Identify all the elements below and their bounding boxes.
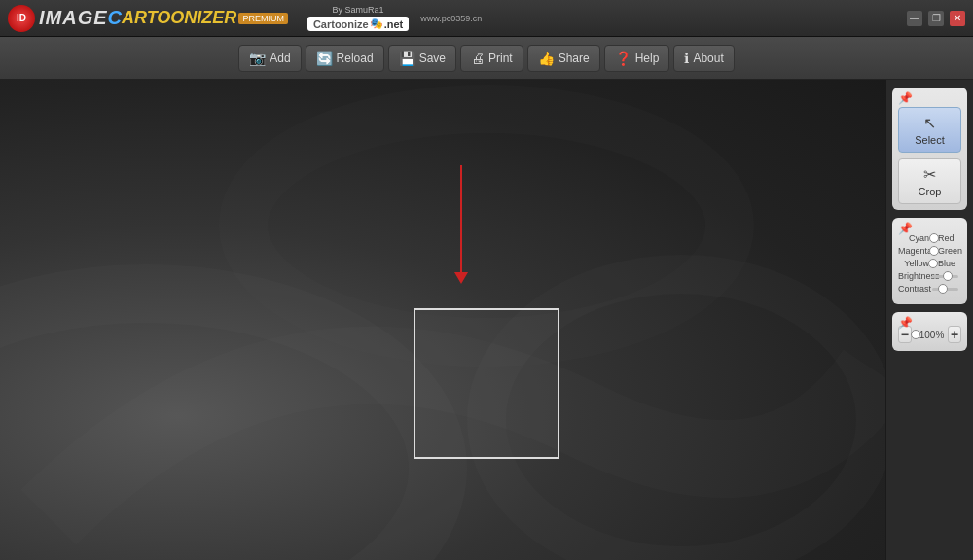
reload-label: Reload	[337, 52, 374, 65]
pin-icon: 📌	[898, 91, 913, 105]
cyan-thumb	[929, 233, 939, 243]
magenta-slider[interactable]	[932, 250, 935, 253]
yellow-row: Yellow Blue	[898, 259, 961, 268]
by-samurai: By SamuRa1	[307, 5, 409, 15]
select-icon: ↖	[923, 114, 936, 132]
crop-tool-button[interactable]: ✂ Crop	[898, 158, 961, 204]
tool-buttons-panel: 📌 ↖ Select ✂ Crop	[892, 88, 967, 210]
website-label: www.pc0359.cn	[420, 14, 482, 23]
brightness-slider[interactable]	[932, 275, 958, 278]
yellow-slider[interactable]	[932, 262, 935, 265]
net-text: .net	[384, 18, 404, 30]
reload-button[interactable]: 🔄 Reload	[306, 45, 384, 72]
yellow-label: Yellow	[898, 259, 929, 268]
svg-point-1	[243, 109, 730, 342]
window-controls: — ❐ ✕	[907, 11, 965, 26]
brightness-row: Brightness	[898, 271, 961, 281]
select-label: Select	[915, 134, 945, 146]
contrast-slider[interactable]	[932, 288, 958, 291]
color-panel: 📌 Cyan Red Magenta Green Yellow	[892, 218, 967, 304]
red-label: Red	[938, 233, 961, 243]
zoom-in-button[interactable]: +	[948, 326, 961, 343]
minimize-button[interactable]: —	[907, 11, 922, 26]
right-panel: 📌 ↖ Select ✂ Crop 📌 Cyan Red	[885, 80, 973, 560]
zoom-value: 100%	[919, 330, 945, 340]
close-button[interactable]: ✕	[950, 11, 965, 26]
titlebar: ID IMAGE C ARTOONIZER PREMIUM By SamuRa1…	[0, 0, 973, 37]
premium-badge: PREMIUM	[238, 13, 288, 24]
help-label: Help	[635, 52, 660, 65]
add-label: Add	[270, 52, 290, 65]
help-button[interactable]: ❓ Help	[604, 45, 670, 72]
selection-rectangle[interactable]	[414, 308, 559, 459]
logo-cart-text: C	[108, 7, 122, 29]
add-button[interactable]: 📷 Add	[238, 45, 301, 72]
contrast-thumb	[938, 284, 948, 294]
maximize-button[interactable]: ❐	[928, 11, 944, 26]
share-label: Share	[559, 52, 590, 65]
zoom-thumb	[911, 330, 920, 339]
share-icon: 👍	[538, 51, 555, 66]
app-icon: ID	[8, 5, 35, 32]
subtitle-area: By SamuRa1 Cartoonize 🎭 .net	[307, 5, 409, 31]
save-button[interactable]: 💾 Save	[388, 45, 456, 72]
save-label: Save	[419, 52, 446, 65]
save-icon: 💾	[399, 51, 415, 66]
print-button[interactable]: 🖨 Print	[460, 45, 523, 72]
print-label: Print	[488, 52, 513, 65]
cartoonize-text: Cartoonize	[313, 18, 369, 30]
contrast-row: Contrast	[898, 284, 961, 294]
yellow-thumb	[928, 259, 938, 268]
print-icon: 🖨	[471, 51, 485, 66]
about-button[interactable]: ℹ About	[673, 45, 734, 72]
zoom-pin-icon: 📌	[898, 316, 913, 330]
magenta-row: Magenta Green	[898, 246, 961, 256]
blue-label: Blue	[938, 259, 961, 268]
cartoonize-logo: Cartoonize 🎭 .net	[307, 17, 409, 31]
share-button[interactable]: 👍 Share	[527, 45, 600, 72]
crop-label: Crop	[919, 186, 942, 197]
crop-icon: ✂	[923, 165, 936, 184]
about-label: About	[693, 52, 723, 65]
help-icon: ❓	[615, 51, 631, 66]
contrast-label: Contrast	[898, 284, 929, 294]
reload-icon: 🔄	[316, 51, 333, 66]
add-icon: 📷	[249, 51, 266, 66]
canvas-area[interactable]	[0, 80, 885, 560]
logo-oonizer-text: ARTOONIZER	[122, 8, 236, 28]
brightness-thumb	[943, 271, 953, 281]
green-label: Green	[938, 246, 961, 256]
select-tool-button[interactable]: ↖ Select	[898, 107, 961, 153]
toolbar: 📷 Add 🔄 Reload 💾 Save 🖨 Print 👍 Share ❓ …	[0, 37, 973, 80]
brightness-label: Brightness	[898, 271, 929, 281]
about-icon: ℹ	[684, 51, 689, 66]
magenta-thumb	[929, 246, 939, 256]
zoom-panel: 📌 − 100% +	[892, 312, 967, 351]
cartoonize-avatar-icon: 🎭	[370, 18, 383, 30]
color-pin-icon: 📌	[898, 222, 913, 235]
logo-area: ID IMAGE C ARTOONIZER PREMIUM By SamuRa1…	[8, 5, 907, 32]
cyan-slider[interactable]	[932, 237, 935, 240]
main-area: 📌 ↖ Select ✂ Crop 📌 Cyan Red	[0, 80, 973, 560]
logo-image-text: IMAGE	[39, 7, 108, 29]
magenta-label: Magenta	[898, 246, 929, 256]
